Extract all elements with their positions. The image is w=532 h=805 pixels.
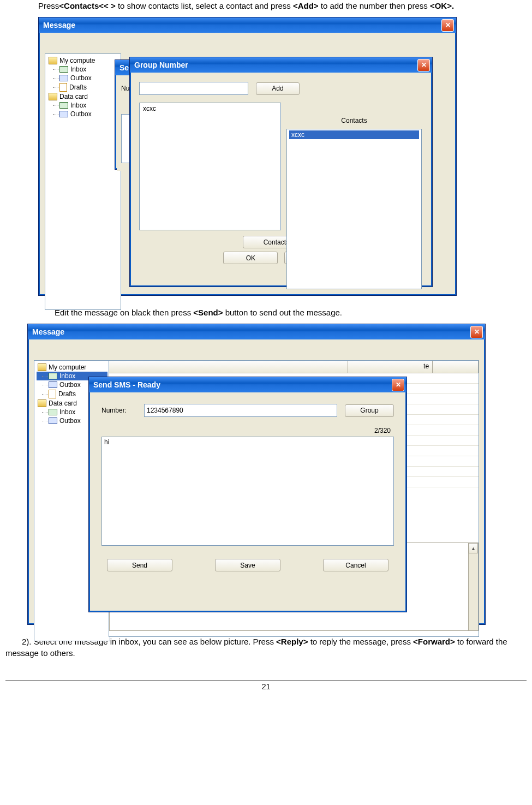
inbox-icon xyxy=(49,409,57,415)
contacts-list-item[interactable]: xcxc xyxy=(289,130,419,139)
tree-outbox[interactable]: Outbox xyxy=(47,74,118,82)
drafts-icon xyxy=(59,83,67,92)
outbox-icon xyxy=(49,418,57,424)
message-titlebar-1: Message ✕ xyxy=(39,17,456,33)
folder-icon xyxy=(38,399,46,407)
page-number: 21 xyxy=(5,681,527,691)
send-sms-titlebar: Send SMS - Ready ✕ xyxy=(89,377,407,392)
grid-header-col[interactable]: te xyxy=(348,361,433,373)
tree-root-data-card[interactable]: Data card xyxy=(47,92,118,101)
folder-tree-panel: My compute Inbox Outbox Drafts Data card… xyxy=(45,53,121,310)
close-icon[interactable]: ✕ xyxy=(417,59,430,71)
inbox-icon xyxy=(49,373,57,379)
close-icon[interactable]: ✕ xyxy=(392,379,404,391)
outbox-icon xyxy=(59,111,68,117)
folder-icon xyxy=(38,363,46,371)
group-number-titlebar: Group Number ✕ xyxy=(130,57,432,73)
list-item[interactable]: xcxc xyxy=(142,104,278,113)
contacts-list[interactable]: xcxc xyxy=(286,129,422,289)
tree-drafts[interactable]: Drafts xyxy=(47,82,118,92)
tree-root-my-computer[interactable]: My computer xyxy=(37,363,107,372)
contacts-label: Contacts xyxy=(286,117,422,124)
close-icon[interactable]: ✕ xyxy=(441,19,454,32)
scrollbar[interactable]: ▲ xyxy=(468,543,478,630)
tree-outbox[interactable]: Outbox xyxy=(47,110,118,118)
save-button[interactable]: Save xyxy=(215,559,280,571)
send-button[interactable]: Send xyxy=(107,559,172,571)
number-label: Number: xyxy=(101,407,136,414)
group-number-window: Group Number ✕ Add xcxc xyxy=(129,57,433,287)
tree-inbox[interactable]: Inbox xyxy=(47,101,118,110)
figure-2: Message ✕ My computer Inbox Outbox Draft… xyxy=(27,324,527,625)
inbox-icon xyxy=(59,102,68,109)
message-textarea[interactable] xyxy=(101,437,394,546)
numbers-list[interactable]: xcxc xyxy=(139,103,281,230)
cancel-button[interactable]: Cancel xyxy=(323,559,388,571)
drafts-icon xyxy=(49,390,56,398)
grid-header: te xyxy=(109,361,479,373)
message-titlebar-2: Message ✕ xyxy=(28,324,485,339)
message-title: Message xyxy=(32,327,470,336)
group-button[interactable]: Group xyxy=(345,404,394,417)
scroll-up-icon[interactable]: ▲ xyxy=(469,543,478,553)
figure-1: Message ✕ My compute Inbox Outbox Drafts… xyxy=(38,17,527,296)
close-icon[interactable]: ✕ xyxy=(470,326,483,338)
ok-button[interactable]: OK xyxy=(223,252,278,264)
add-button[interactable]: Add xyxy=(256,82,300,95)
char-counter: 2/320 xyxy=(101,427,394,434)
folder-icon xyxy=(49,93,57,100)
inbox-icon xyxy=(59,66,68,73)
number-input[interactable] xyxy=(144,404,337,417)
send-sms-window: Send SMS - Ready ✕ Number: Group 2/320 xyxy=(88,377,407,612)
tree-root-my-computer[interactable]: My compute xyxy=(47,56,118,65)
folder-icon xyxy=(49,57,57,64)
group-number-input[interactable] xyxy=(139,82,248,95)
instruction-1: Press<Contacts<< > to show contacts list… xyxy=(22,0,527,11)
tree-inbox[interactable]: Inbox xyxy=(47,65,118,74)
message-title: Message xyxy=(43,21,441,29)
message-window-1: Message ✕ My compute Inbox Outbox Drafts… xyxy=(38,17,457,296)
outbox-icon xyxy=(59,75,68,81)
message-window-2: Message ✕ My computer Inbox Outbox Draft… xyxy=(27,324,486,625)
outbox-icon xyxy=(49,381,57,388)
